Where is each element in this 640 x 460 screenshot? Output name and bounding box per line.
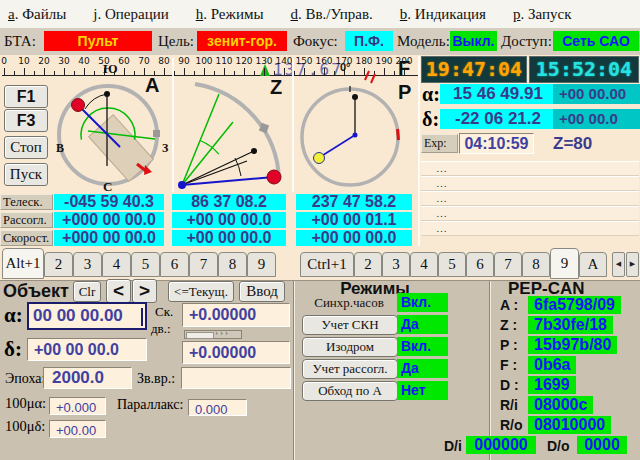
access-label: Доступ: xyxy=(501,31,552,52)
delta-value: -22 06 21.2 xyxy=(440,109,556,129)
menu-item-label: Индикация xyxy=(407,6,486,22)
mode-button-2[interactable]: Изодром xyxy=(302,337,398,357)
pep-row-value-6: 08010000 xyxy=(528,416,611,434)
panel-separator xyxy=(418,56,420,246)
angle-arc xyxy=(235,158,241,176)
mode-button-4[interactable]: Обход по А xyxy=(302,381,398,401)
clear-button[interactable]: Clr xyxy=(73,281,101,302)
tab-ctrl-8[interactable]: 8 xyxy=(522,252,550,277)
tab-ctrl-9[interactable]: 9 xyxy=(550,248,579,279)
tab-ctrl-5[interactable]: 5 xyxy=(438,252,466,277)
telemetry-value-a: +000 00 00.0 xyxy=(54,212,164,228)
parallax-label: Параллакс: xyxy=(117,397,183,413)
speed-slider-thumb[interactable] xyxy=(186,332,214,339)
compass-south-label: Ю xyxy=(103,61,118,76)
angle-arc xyxy=(85,94,107,109)
telemetry-value-z: +00 00 00.0 xyxy=(172,230,286,246)
compass-north-label: С xyxy=(103,179,112,192)
menu-item-label: Файлы xyxy=(15,6,67,22)
text-caret xyxy=(141,308,143,326)
object-z-dot xyxy=(251,148,257,154)
sidereal-time-field[interactable] xyxy=(181,367,291,389)
red-tick-2 xyxy=(371,74,375,83)
dial-a-label: A xyxy=(145,74,159,96)
tab-ctrl-a[interactable]: A xyxy=(579,252,607,277)
azimuth-dial: Ю В З С A xyxy=(55,60,170,192)
delta-label: δ: xyxy=(422,108,439,131)
parallax-field[interactable]: 0.000 xyxy=(188,399,247,416)
tab-alt-2[interactable]: 2 xyxy=(44,252,73,277)
tab-alt-alt+1[interactable]: Alt+1 xyxy=(2,248,44,279)
tab-ctrl-6[interactable]: 6 xyxy=(466,252,494,277)
pep-row-value-4: 1699 xyxy=(528,376,576,394)
tab-ctrl-2[interactable]: 2 xyxy=(354,252,382,277)
slider-chevrons-icon: ››› xyxy=(215,327,230,337)
menu-item-label: Режимы xyxy=(203,6,263,22)
epoch-label: Эпоха: xyxy=(5,371,45,387)
alpha-speed-field[interactable]: +0.00000 xyxy=(182,303,290,327)
epoch-field[interactable]: 2000.0 xyxy=(43,367,132,389)
enter-button[interactable]: Ввод xyxy=(239,281,285,302)
dial-p-label: P xyxy=(398,81,411,103)
dome-marker xyxy=(153,130,160,137)
mode-button-1[interactable]: Учет СКН xyxy=(302,315,398,335)
control-button-4[interactable]: Пуск xyxy=(4,163,48,186)
tab-alt-3[interactable]: 3 xyxy=(73,252,102,277)
telemetry-value-z: +00 00 00.0 xyxy=(172,212,286,228)
tab-ctrl-7[interactable]: 7 xyxy=(494,252,522,277)
menu-item-p[interactable]: pЗапуск xyxy=(513,6,571,23)
ruler-major-tick xyxy=(4,68,5,76)
pep-row-value-1: 7b30fe/18 xyxy=(528,316,613,334)
zenith-distance-dial: Z xyxy=(175,60,290,192)
object-delta-field[interactable]: +00 00 00.0 xyxy=(27,338,147,361)
menu-item-j[interactable]: jОперации xyxy=(93,6,168,23)
speed-slider[interactable]: ››› xyxy=(184,330,242,339)
menu-item-b[interactable]: bИндикация xyxy=(400,6,486,23)
object-alpha-input[interactable]: 00 00 00.00 xyxy=(27,302,147,330)
copy-current-button[interactable]: <=Текущ. xyxy=(168,281,234,302)
menu-item-a[interactable]: aФайлы xyxy=(8,6,66,23)
access-badge: Сеть САО xyxy=(553,31,639,51)
tab-alt-8[interactable]: 8 xyxy=(218,252,247,277)
tab-ctrl-3[interactable]: 3 xyxy=(382,252,410,277)
ruler-minor-tick xyxy=(14,71,15,76)
mu-alpha-field[interactable]: +0.000 xyxy=(49,397,106,415)
mu-delta-field[interactable]: +00.00 xyxy=(49,420,106,438)
rotator-dial: 0° F P xyxy=(295,58,418,194)
model-label: Модель: xyxy=(397,31,450,52)
tab-ctrl-ctrl+1[interactable]: Ctrl+1 xyxy=(300,252,354,277)
delta-speed-field[interactable]: +0.00000 xyxy=(182,341,290,364)
control-button-3[interactable]: Стоп xyxy=(4,136,48,159)
control-button-2[interactable]: F3 xyxy=(4,109,48,132)
tab-alt-9[interactable]: 9 xyxy=(247,252,276,277)
tab-alt-7[interactable]: 7 xyxy=(189,252,218,277)
tab-scroll-left-icon[interactable]: ◀ xyxy=(612,252,625,277)
console-mode-badge: Пульт xyxy=(44,31,152,51)
p-zero-dot xyxy=(352,94,358,100)
panel-separator xyxy=(292,58,294,192)
speed-label-line2: дв.: xyxy=(151,321,171,337)
red-tick-1 xyxy=(365,71,369,80)
menu-item-d[interactable]: dВв./Управ. xyxy=(290,6,372,23)
control-button-1[interactable]: F1 xyxy=(4,85,48,108)
tab-alt-4[interactable]: 4 xyxy=(102,252,131,277)
log-row: … xyxy=(421,176,639,191)
prev-object-button[interactable]: < xyxy=(106,279,131,303)
zenith-dot xyxy=(104,91,110,97)
menu-bar: aФайлыjОперацииhРежимыdВв./Управ.bИндика… xyxy=(0,0,640,28)
tab-scroll-right-icon[interactable]: ▶ xyxy=(626,252,639,277)
menu-item-h[interactable]: hРежимы xyxy=(196,6,264,23)
panel-separator xyxy=(172,58,174,192)
log-row: … xyxy=(421,161,639,176)
tab-alt-5[interactable]: 5 xyxy=(131,252,160,277)
tab-ctrl-4[interactable]: 4 xyxy=(410,252,438,277)
tab-alt-6[interactable]: 6 xyxy=(160,252,189,277)
mode-value-4: Нет xyxy=(397,381,448,400)
telemetry-value-p: +00 00 01.1 xyxy=(296,212,412,228)
mode-button-3[interactable]: Учет рассогл. xyxy=(302,359,398,379)
log-row: … xyxy=(421,221,639,236)
next-object-button[interactable]: > xyxy=(132,279,157,303)
focus-f-label: F xyxy=(398,58,410,79)
object-delta-label: δ: xyxy=(4,337,22,362)
mode-label-0: Синхр.часов xyxy=(302,293,396,312)
